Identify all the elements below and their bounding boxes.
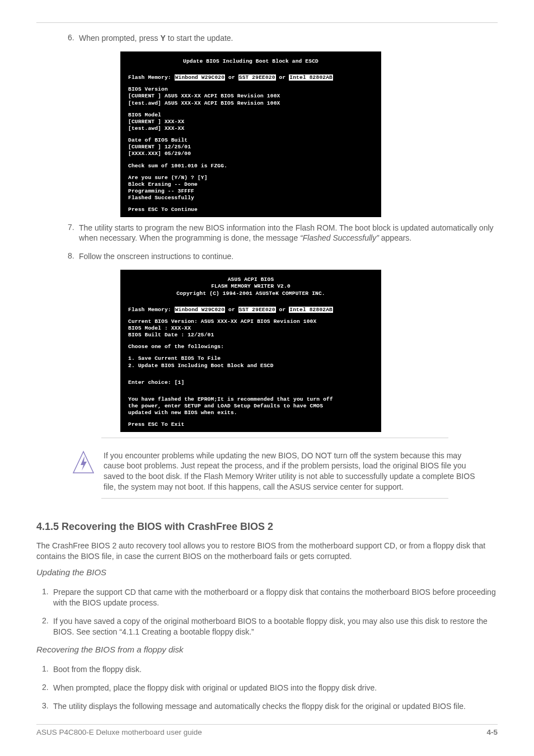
bios-title: Update BIOS Including Boot Block and ESC… bbox=[128, 58, 373, 65]
footer-left: ASUS P4C800-E Deluxe motherboard user gu… bbox=[36, 728, 202, 736]
step-6: 6. When prompted, press Y to start the u… bbox=[36, 33, 498, 44]
enter-choice-line: Enter choice: [1] bbox=[128, 379, 373, 386]
bios-h1: ASUS ACPI BIOS bbox=[128, 276, 373, 283]
bios-built-line: BIOS Built Date : 12/25/01 bbox=[128, 332, 373, 339]
crashfree-step-2: 2. If you have saved a copy of the origi… bbox=[36, 616, 498, 637]
lightning-icon bbox=[71, 450, 96, 475]
bios-screen-update: Update BIOS Including Boot Block and ESC… bbox=[120, 51, 381, 217]
section-title: 4.1.5 Recovering the BIOS with CrashFree… bbox=[36, 521, 498, 533]
step-text: The utility displays the following messa… bbox=[53, 701, 498, 712]
step-number: 1. bbox=[42, 664, 49, 673]
bios-model-test: [test.awd] XXX-XX bbox=[128, 125, 373, 132]
bios-screen-menu: ASUS ACPI BIOS FLASH MEMORY WRITER V2.0 … bbox=[120, 270, 381, 431]
press-esc-exit: Press ESC To Exit bbox=[128, 421, 373, 428]
footer-rule bbox=[36, 724, 498, 725]
step-text: Follow the onscreen instructions to cont… bbox=[79, 251, 498, 262]
bios-date-test: [XXXX.XXX] 05/29/00 bbox=[128, 151, 373, 157]
bios-version-test: [test.awd] ASUS XXX-XX ACPI BIOS Revisio… bbox=[128, 100, 373, 107]
step-number: 2. bbox=[42, 616, 49, 625]
footer-right: 4-5 bbox=[486, 728, 498, 736]
step-number: 7. bbox=[68, 223, 74, 232]
flash-memory-line: Flash Memory: Winbond W29C020 or SST 29E… bbox=[128, 74, 373, 81]
flash-msg-3: updated with new BIOS when exits. bbox=[128, 410, 373, 416]
bios-model-line: BIOS Model : XXX-XX bbox=[128, 325, 373, 332]
document-page: 6. When prompted, press Y to start the u… bbox=[0, 0, 534, 753]
step-number: 1. bbox=[42, 587, 49, 596]
choose-label: Choose one of the followings: bbox=[128, 344, 373, 350]
step-text: Prepare the support CD that came with th… bbox=[53, 587, 498, 608]
bios-h3: Copyright (C) 1994-2001 ASUSTeK COMPUTER… bbox=[128, 290, 373, 297]
page-footer: ASUS P4C800-E Deluxe motherboard user gu… bbox=[36, 728, 498, 736]
step-text: When prompted, press Y to start the upda… bbox=[79, 33, 498, 44]
step-text: The utility starts to program the new BI… bbox=[79, 223, 498, 244]
current-bios-line: Current BIOS Version: ASUS XXX-XX ACPI B… bbox=[128, 318, 373, 325]
step-7: 7. The utility starts to program the new… bbox=[36, 223, 498, 244]
step-number: 6. bbox=[68, 33, 74, 42]
note-top-rule bbox=[101, 438, 448, 438]
prog-line: Programming -- 3FFFF bbox=[128, 188, 373, 195]
bios-version-header: BIOS Version bbox=[128, 86, 373, 93]
bios-h2: FLASH MEMORY WRITER V2.0 bbox=[128, 283, 373, 290]
menu-option-1: 1. Save Current BIOS To File bbox=[128, 355, 373, 362]
step-number: 2. bbox=[42, 683, 49, 692]
recover-step-1: 1. Boot from the floppy disk. bbox=[36, 664, 498, 675]
recover-step-3: 3. The utility displays the following me… bbox=[36, 701, 498, 712]
menu-option-2: 2. Update BIOS Including Boot Block and … bbox=[128, 363, 373, 369]
section-subtitle-updating: Updating the BIOS bbox=[36, 567, 498, 577]
checksum-line: Check sum of 1001.010 is FZGG. bbox=[128, 163, 373, 170]
note-callout: If you encounter problems while updating… bbox=[71, 450, 498, 493]
flash-msg-2: the power, enter SETUP and LOAD Setup De… bbox=[128, 403, 373, 410]
step-text: Boot from the floppy disk. bbox=[53, 664, 498, 675]
step-8: 8. Follow the onscreen instructions to c… bbox=[36, 251, 498, 262]
step-number: 3. bbox=[42, 701, 49, 710]
flash-msg-1: You have flashed the EPROM;It is recomme… bbox=[128, 396, 373, 403]
bios-model-current: [CURRENT ] XXX-XX bbox=[128, 119, 373, 125]
note-text: If you encounter problems while updating… bbox=[104, 450, 481, 493]
svg-marker-1 bbox=[81, 456, 87, 471]
top-rule bbox=[36, 22, 498, 23]
erase-line: Block Erasing -- Done bbox=[128, 181, 373, 188]
bios-model-header: BIOS Model bbox=[128, 112, 373, 119]
bios-date-header: Date of BIOS Built bbox=[128, 137, 373, 144]
confirm-line: Are you sure (Y/N) ? [Y] bbox=[128, 175, 373, 181]
bios-date-current: [CURRENT ] 12/25/01 bbox=[128, 144, 373, 151]
press-esc-line: Press ESC To Continue bbox=[128, 206, 373, 213]
note-bottom-rule bbox=[101, 498, 448, 499]
crashfree-step-1: 1. Prepare the support CD that came with… bbox=[36, 587, 498, 608]
step-text: When prompted, place the floppy disk wit… bbox=[53, 683, 498, 693]
bios-version-current: [CURRENT ] ASUS XXX-XX ACPI BIOS Revisio… bbox=[128, 93, 373, 100]
step-text: If you have saved a copy of the original… bbox=[53, 616, 498, 637]
flashed-line: Flashed Successfully bbox=[128, 195, 373, 201]
section-subtitle-recovering: Recovering the BIOS from a floppy disk bbox=[36, 645, 498, 654]
step-number: 8. bbox=[68, 251, 74, 260]
flash-memory-line: Flash Memory: Winbond W29C020 or SST 29E… bbox=[128, 307, 373, 313]
section-intro: The CrashFree BIOS 2 auto recovery tool … bbox=[36, 541, 498, 562]
recover-step-2: 2. When prompted, place the floppy disk … bbox=[36, 683, 498, 693]
